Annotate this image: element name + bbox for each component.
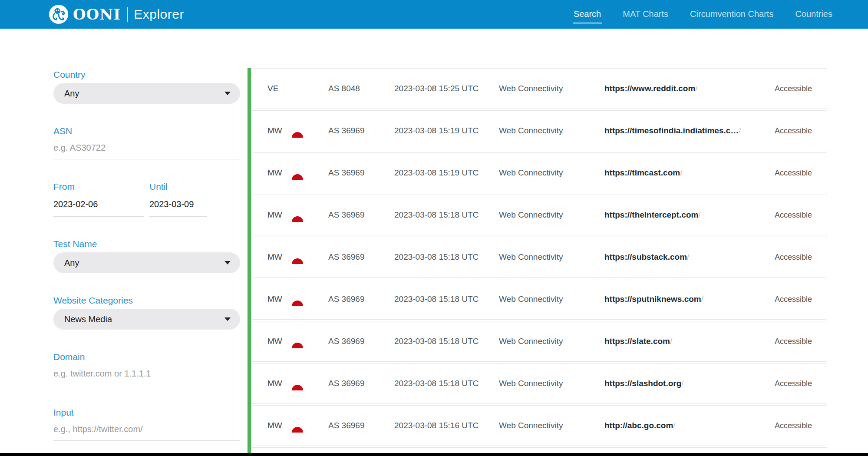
asn-value: AS 8048 — [328, 84, 394, 93]
test-name-value: Web Connectivity — [499, 126, 604, 135]
country-code: MW — [267, 421, 287, 430]
test-name-filter-label: Test Name — [53, 239, 240, 249]
country-code: VE — [267, 84, 287, 93]
measurement-row[interactable]: MW AS 36969 2023-03-08 15:16 UTC Web Con… — [251, 405, 827, 446]
until-date-group: Until — [149, 182, 207, 217]
measurement-row[interactable]: MW AS 36969 2023-03-08 15:19 UTC Web Con… — [251, 110, 827, 151]
results-list: VE AS 8048 2023-03-08 15:25 UTC Web Conn… — [248, 68, 827, 456]
filter-sidebar: Country Any ASN From Until Test Name Any — [53, 29, 240, 456]
from-date-group: From — [53, 182, 144, 217]
country-filter-label: Country — [53, 69, 240, 80]
nav-link-countries[interactable]: Countries — [794, 6, 833, 23]
website-categories-label: Website Categories — [53, 295, 240, 306]
input-filter-group: Input — [53, 407, 240, 441]
measurement-url: https://theintercept.com/ — [604, 210, 775, 220]
country-code: MW — [267, 168, 287, 178]
ooni-octopus-icon — [49, 4, 69, 24]
status-label: Accessible — [775, 84, 812, 93]
status-label: Accessible — [775, 211, 812, 220]
website-categories-filter-group: Website Categories News Media — [53, 295, 240, 330]
page-content: Country Any ASN From Until Test Name Any — [0, 29, 868, 456]
measurement-row[interactable]: MW AS 36969 2023-03-08 15:18 UTC Web Con… — [251, 279, 827, 320]
measurement-url: https://timcast.com/ — [604, 168, 775, 178]
test-name-value: Web Connectivity — [499, 421, 604, 430]
test-name-value: Web Connectivity — [499, 168, 604, 178]
measurement-url: https://sputniknews.com/ — [604, 294, 775, 304]
input-input[interactable] — [53, 421, 240, 441]
measurement-timestamp: 2023-03-08 15:18 UTC — [394, 294, 499, 304]
country-code: MW — [267, 379, 287, 388]
measurement-row[interactable]: MW AS 36969 2023-03-08 15:18 UTC Web Con… — [251, 363, 827, 404]
from-date-input[interactable] — [53, 195, 144, 217]
measurement-rows: VE AS 8048 2023-03-08 15:25 UTC Web Conn… — [251, 68, 827, 446]
input-filter-label: Input — [53, 407, 240, 418]
test-name-value: Web Connectivity — [499, 210, 604, 220]
nav-link-search[interactable]: Search — [573, 6, 602, 23]
asn-value: AS 36969 — [328, 210, 394, 220]
until-date-input[interactable] — [149, 195, 207, 217]
nav-link-circumvention-charts[interactable]: Circumvention Charts — [689, 6, 774, 23]
brand-name: OONI — [73, 7, 121, 22]
test-name-value: Web Connectivity — [499, 379, 604, 388]
status-label: Accessible — [775, 421, 812, 430]
measurement-timestamp: 2023-03-08 15:18 UTC — [394, 337, 499, 346]
measurement-url: https://timesofindia.indiatimes.c…/ — [604, 126, 775, 135]
asn-input[interactable] — [53, 139, 240, 159]
measurement-timestamp: 2023-03-08 15:16 UTC — [394, 421, 499, 430]
status-label: Accessible — [775, 337, 812, 346]
chevron-down-icon — [224, 92, 231, 95]
test-name-filter-group: Test Name Any — [53, 239, 240, 273]
test-name-select[interactable]: Any — [53, 252, 240, 273]
measurement-row[interactable]: MW AS 36969 2023-03-08 15:19 UTC Web Con… — [251, 152, 827, 193]
top-navbar: OONI Explorer Search MAT Charts Circumve… — [0, 0, 868, 29]
country-code: MW — [267, 294, 287, 304]
measurement-url: https://www.reddit.com/ — [604, 84, 775, 93]
asn-value: AS 36969 — [328, 294, 394, 304]
asn-value: AS 36969 — [328, 168, 394, 178]
nav-link-mat-charts[interactable]: MAT Charts — [622, 6, 669, 23]
country-code: MW — [267, 337, 287, 346]
measurement-row[interactable]: VE AS 8048 2023-03-08 15:25 UTC Web Conn… — [251, 68, 827, 109]
country-code: MW — [267, 252, 287, 262]
test-name-select-value: Any — [64, 258, 79, 268]
from-date-label: From — [53, 182, 144, 192]
brand-logo[interactable]: OONI Explorer — [49, 4, 184, 24]
partial-next-row — [251, 447, 827, 453]
measurement-url: https://substack.com/ — [604, 252, 775, 262]
country-select[interactable]: Any — [53, 83, 240, 104]
measurement-timestamp: 2023-03-08 15:25 UTC — [394, 84, 499, 93]
website-categories-select[interactable]: News Media — [53, 309, 240, 330]
brand-divider — [127, 7, 128, 22]
measurement-url: https://slate.com/ — [604, 337, 775, 346]
asn-filter-group: ASN — [53, 126, 240, 159]
status-label: Accessible — [775, 295, 812, 304]
country-code: MW — [267, 126, 287, 135]
asn-value: AS 36969 — [328, 421, 394, 430]
status-label: Accessible — [775, 169, 812, 178]
test-name-value: Web Connectivity — [499, 294, 604, 304]
measurement-row[interactable]: MW AS 36969 2023-03-08 15:18 UTC Web Con… — [251, 321, 827, 362]
asn-value: AS 36969 — [328, 379, 394, 388]
measurement-timestamp: 2023-03-08 15:19 UTC — [394, 126, 499, 135]
test-name-value: Web Connectivity — [499, 337, 604, 346]
measurement-url: http://abc.go.com/ — [604, 421, 775, 430]
measurement-timestamp: 2023-03-08 15:18 UTC — [394, 210, 499, 220]
asn-value: AS 36969 — [328, 126, 394, 135]
chevron-down-icon — [224, 261, 231, 264]
bottom-edge-bar — [0, 453, 868, 456]
status-label: Accessible — [775, 379, 812, 388]
test-name-value: Web Connectivity — [499, 252, 604, 262]
brand-subname: Explorer — [134, 8, 184, 21]
nav-links: Search MAT Charts Circumvention Charts C… — [573, 6, 833, 23]
website-categories-select-value: News Media — [64, 314, 112, 324]
measurement-row[interactable]: MW AS 36969 2023-03-08 15:18 UTC Web Con… — [251, 237, 827, 278]
domain-input[interactable] — [53, 365, 240, 385]
test-name-value: Web Connectivity — [499, 84, 604, 93]
measurement-url: https://slashdot.org/ — [604, 379, 775, 388]
country-code: MW — [267, 210, 287, 220]
asn-filter-label: ASN — [53, 126, 240, 136]
status-label: Accessible — [775, 253, 812, 262]
domain-filter-group: Domain — [53, 352, 240, 385]
measurement-row[interactable]: MW AS 36969 2023-03-08 15:18 UTC Web Con… — [251, 195, 827, 235]
country-select-value: Any — [64, 89, 79, 99]
